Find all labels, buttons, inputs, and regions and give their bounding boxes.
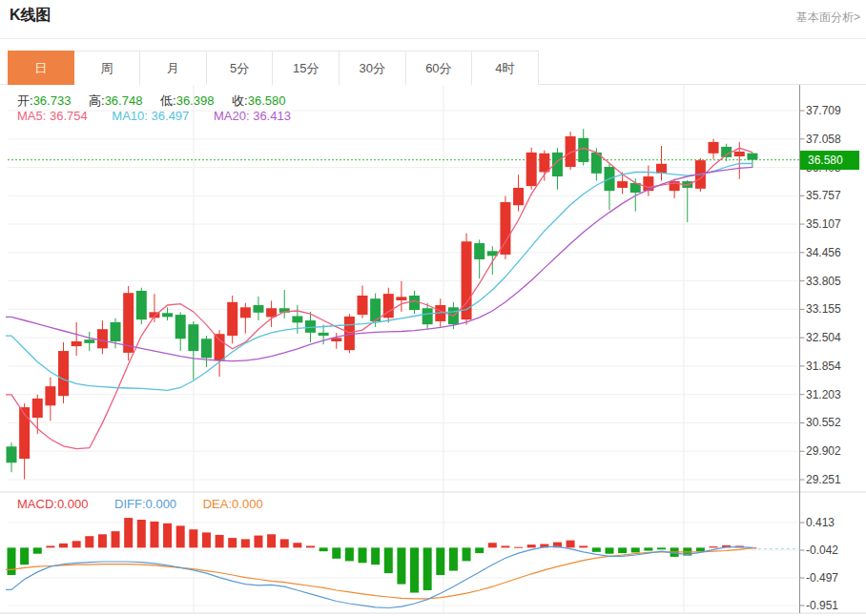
axis-tick-label: 30.552 [806,415,863,430]
macd-bar [150,522,158,547]
macd-bar [254,536,262,548]
macd-bar [267,534,276,547]
macd-bar [475,547,484,553]
tab-15分[interactable]: 15分 [273,51,340,85]
macd-bar [567,541,575,548]
macd-bar [124,518,133,547]
macd-bar [631,547,640,552]
tab-月[interactable]: 月 [140,51,207,85]
tab-30分[interactable]: 30分 [340,51,406,85]
diff-label: DIFF: [114,497,146,511]
ma20-value: 36.413 [253,109,291,123]
macd-label: MACD: [17,497,57,511]
ohlc-readout: 开:36.733 高:36.748 低:36.398 收:36.580 [17,92,299,110]
candle-body [188,324,198,351]
candle-body [513,188,524,205]
candle-body [358,296,368,315]
axis-tick-label: 29.902 [806,443,863,459]
macd-bar [332,547,340,558]
ma20-label: MA20: [214,109,250,123]
ma10-label: MA10: [112,109,148,123]
axis-tick-label: 31.854 [806,359,863,374]
macd-bar [176,525,185,547]
candle-body [266,308,277,317]
candle-body [409,296,420,310]
axis-tick-label: 31.203 [806,387,863,402]
macd-bar [605,547,613,553]
candle-body [305,320,316,333]
macd-bar [189,529,197,547]
open-value: 36.733 [33,93,72,108]
tab-60分[interactable]: 60分 [406,51,473,85]
fundamental-analysis-link[interactable]: 基本面分析> [796,10,860,26]
candle-body [709,142,719,154]
candle-body [526,153,537,186]
candle-body [396,297,406,300]
axis-tick-label: 33.805 [806,274,863,289]
close-value: 36.580 [248,93,286,108]
axis-tick-label: 29.251 [806,472,863,487]
axis-tick-label: -0.042 [806,543,863,558]
current-price-label: 36.580 [800,151,859,170]
macd-bar [710,546,718,547]
macd-bar [59,544,68,547]
macd-bar [410,547,419,592]
tab-5分[interactable]: 5分 [207,51,274,85]
axis-tick-label: -0.951 [806,598,863,613]
macd-bar [345,547,354,561]
macd-bar [579,545,588,547]
macd-bar [592,547,601,551]
close-label: 收: [232,93,248,108]
axis-tick-label: -0.497 [806,570,863,585]
candle-body [578,138,588,162]
macd-bar [644,547,652,550]
candle-body [7,446,17,462]
axis-tick-label: 35.757 [806,188,863,203]
page-title: K线图 [10,6,52,26]
macd-bar [202,532,211,547]
period-tabbar: 日周月5分15分30分60分4时 [0,51,866,85]
macd-bar [514,547,523,548]
ma5-value: 36.754 [50,109,88,123]
candle-body [58,351,69,396]
candle-body [111,322,121,341]
candle-body [253,305,263,313]
macd-bar [98,534,107,547]
ma10-line [6,163,753,390]
axis-tick-label: 37.058 [806,132,863,147]
candle-body [292,316,302,322]
macd-bar [463,547,471,561]
axis-tick-label: 37.709 [806,103,863,118]
macd-bar [112,531,120,547]
macd-bar [423,547,432,590]
macd-bar [163,524,172,548]
tab-周[interactable]: 周 [74,51,141,85]
candle-body [539,154,549,173]
macd-bar [384,547,393,573]
candle-body [721,147,732,157]
macd-bar [696,547,705,551]
candle-body [319,333,329,336]
low-label: 低: [160,93,176,108]
candle-body [136,291,147,319]
macd-bar [20,547,29,565]
macd-bar [85,536,93,547]
tab-日[interactable]: 日 [8,51,74,85]
tab-4时[interactable]: 4时 [472,51,539,85]
macd-bar [320,547,328,551]
candle-body [656,164,667,174]
macd-bar [46,545,54,547]
dea-value: 0.000 [232,497,263,511]
macd-bar [618,547,627,553]
candle-body [227,302,237,336]
candle-body [617,181,628,188]
axis-tick-label: 34.456 [806,245,863,260]
candle-body [747,154,757,160]
candle-body [45,386,55,405]
macd-bar [359,547,367,563]
macd-bar [527,544,536,547]
candle-body [123,293,134,353]
candle-body [215,334,225,360]
macd-bar [657,547,666,549]
macd-bar [306,545,315,547]
